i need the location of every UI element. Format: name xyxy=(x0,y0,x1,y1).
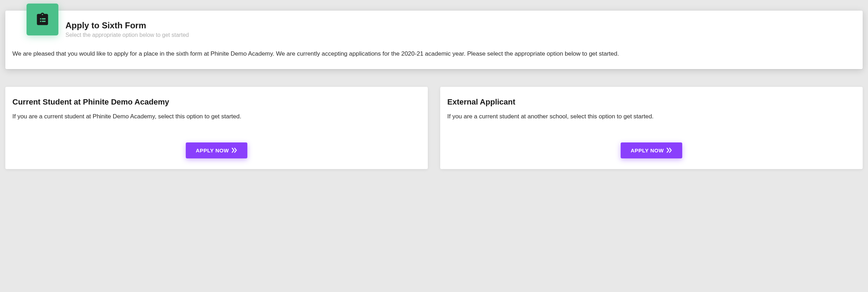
chevrons-right-icon xyxy=(667,148,672,153)
apply-button-current-student[interactable]: APPLY NOW xyxy=(186,142,247,158)
apply-button-label: APPLY NOW xyxy=(196,147,229,153)
option-card-current-student: Current Student at Phinite Demo Academy … xyxy=(5,87,428,169)
clipboard-icon xyxy=(35,12,50,27)
page-description: We are pleased that you would like to ap… xyxy=(12,49,856,62)
page-title: Apply to Sixth Form xyxy=(65,21,189,30)
option-title-current-student: Current Student at Phinite Demo Academy xyxy=(12,97,421,107)
header-card: Apply to Sixth Form Select the appropria… xyxy=(5,11,863,69)
apply-button-external-applicant[interactable]: APPLY NOW xyxy=(621,142,682,158)
header-text: Apply to Sixth Form Select the appropria… xyxy=(65,18,189,38)
apply-button-label: APPLY NOW xyxy=(631,147,664,153)
option-description-current-student: If you are a current student at Phinite … xyxy=(12,112,421,121)
clipboard-icon-badge xyxy=(27,4,58,35)
option-title-external-applicant: External Applicant xyxy=(447,97,856,107)
header-top: Apply to Sixth Form Select the appropria… xyxy=(12,18,856,38)
options-row: Current Student at Phinite Demo Academy … xyxy=(5,87,863,169)
chevrons-right-icon xyxy=(232,148,237,153)
option-description-external-applicant: If you are a current student at another … xyxy=(447,112,856,121)
page-subtitle: Select the appropriate option below to g… xyxy=(65,32,189,38)
option-card-external-applicant: External Applicant If you are a current … xyxy=(440,87,863,169)
